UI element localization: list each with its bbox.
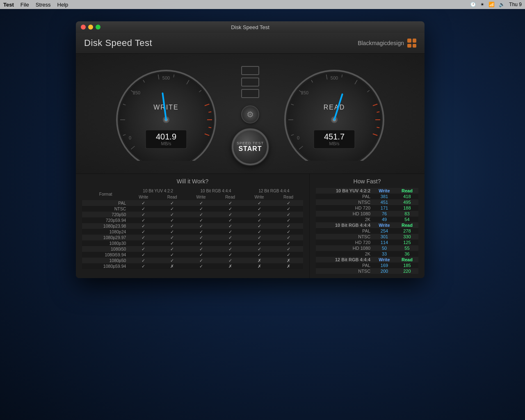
check-cell: ✓ xyxy=(274,240,303,246)
format-cell: PAL xyxy=(82,200,129,206)
check-cell: ✓ xyxy=(274,223,303,229)
check-cell: ✓ xyxy=(215,246,245,252)
check-cell: ✓ xyxy=(274,200,303,206)
start-label: START xyxy=(238,145,262,153)
svg-text:451.7: 451.7 xyxy=(324,132,345,141)
speed-table: 10 Bit YUV 4:2:2 Write ReadPAL 381 418NT… xyxy=(316,188,418,274)
check-cell: ✓ xyxy=(158,246,187,252)
check-cell: ✓ xyxy=(187,206,215,212)
speed-write-cell: 169 xyxy=(373,262,396,268)
check-cell: ✗ xyxy=(274,263,303,269)
speed-write-cell: 171 xyxy=(373,205,396,211)
speed-write-cell: 114 xyxy=(373,240,396,245)
close-button[interactable] xyxy=(81,25,86,30)
maximize-button[interactable] xyxy=(96,25,100,30)
svg-text:250: 250 xyxy=(301,90,308,95)
check-cell: ✓ xyxy=(215,223,245,229)
table-row: 1080i50✓✓✓✓✓✓ xyxy=(82,246,303,252)
svg-text:READ: READ xyxy=(324,104,345,111)
speed-read-cell: 188 xyxy=(396,205,418,211)
quality-box-3[interactable] xyxy=(241,89,259,98)
brand-sq-bl xyxy=(407,44,411,48)
format-cell: 1080p30 xyxy=(82,240,129,246)
titlebar: Disk Speed Test xyxy=(76,21,425,33)
check-cell: ✓ xyxy=(158,252,187,258)
speed-group-header: 12 Bit RGB 4:4:4 xyxy=(316,257,373,262)
speed-write-cell: 200 xyxy=(373,268,396,274)
brand-sq-tr xyxy=(413,39,417,43)
check-cell: ✗ xyxy=(245,258,274,263)
menubar-right: 🕐 ✴ 📶 🔊 Thu 9 xyxy=(470,2,522,7)
write-header-2: Write xyxy=(187,194,215,200)
speed-read-cell: 278 xyxy=(396,228,418,234)
svg-line-33 xyxy=(377,112,379,112)
traffic-lights xyxy=(81,25,100,30)
svg-line-7 xyxy=(208,127,211,128)
menu-help[interactable]: Help xyxy=(57,2,68,8)
brand-logo: Blackmagicdesign xyxy=(358,39,416,48)
check-cell: ✓ xyxy=(245,217,274,223)
speed-format-cell: NTSC xyxy=(316,234,373,240)
check-cell: ✓ xyxy=(187,252,215,258)
read-col-header: Read xyxy=(396,257,418,262)
check-cell: ✓ xyxy=(274,235,303,240)
rgb444-12-header: 12 Bit RGB 4:4:4 xyxy=(245,188,303,194)
check-cell: ✓ xyxy=(215,206,245,212)
check-cell: ✓ xyxy=(129,200,158,206)
check-cell: ✓ xyxy=(158,200,187,206)
svg-line-5 xyxy=(208,112,211,112)
menu-app[interactable]: Test xyxy=(3,2,14,8)
menu-file[interactable]: File xyxy=(21,2,29,8)
speed-data-row: NTSC 200 220 xyxy=(316,268,418,274)
app-title: Disk Speed Test xyxy=(84,38,152,48)
table-row: PAL✓✓✓✓✓✓ xyxy=(82,200,303,206)
menu-clock: Thu 9 xyxy=(509,2,522,7)
speed-write-cell: 301 xyxy=(373,234,396,240)
check-cell: ✓ xyxy=(187,246,215,252)
speed-read-cell: 330 xyxy=(396,234,418,240)
svg-text:250: 250 xyxy=(133,90,140,95)
minimize-button[interactable] xyxy=(88,25,93,30)
check-cell: ✓ xyxy=(215,240,245,246)
speed-format-cell: NTSC xyxy=(316,268,373,274)
speed-group-header-row: 10 Bit YUV 4:2:2 Write Read xyxy=(316,188,418,194)
settings-button[interactable]: ⚙ xyxy=(241,105,259,123)
write-col-header: Write xyxy=(373,222,396,228)
table-row: 1080p50✓✓✓✓✗✗ xyxy=(82,258,303,263)
table-row: 1080p29.97✓✓✓✓✓✓ xyxy=(82,235,303,240)
check-cell: ✓ xyxy=(129,206,158,212)
brand-sq-br xyxy=(413,44,417,48)
quality-box-2[interactable] xyxy=(241,78,259,87)
speed-data-row: HD 720 114 125 xyxy=(316,240,418,245)
format-cell: 1080p24 xyxy=(82,229,129,235)
table-row: 1080p59.94✓✗✓✗✗✗ xyxy=(82,263,303,269)
menu-stress[interactable]: Stress xyxy=(36,2,51,8)
quality-box-1[interactable] xyxy=(241,66,259,75)
format-cell: 1080i50 xyxy=(82,246,129,252)
write-gauge-svg: 0 250 500 WRITE 401.9 MB/s xyxy=(109,66,224,161)
check-cell: ✓ xyxy=(215,200,245,206)
rgb444-10-header: 10 Bit RGB 4:4:4 xyxy=(187,188,245,194)
speed-write-cell: 33 xyxy=(373,251,396,257)
speed-write-cell: 451 xyxy=(373,199,396,205)
check-cell: ✓ xyxy=(129,263,158,269)
menu-volume-icon: 🔊 xyxy=(499,2,505,7)
speed-write-cell: 50 xyxy=(373,245,396,251)
start-button[interactable]: SPEED TEST START xyxy=(232,128,269,165)
check-cell: ✓ xyxy=(245,252,274,258)
speed-read-cell: 36 xyxy=(396,251,418,257)
check-cell: ✓ xyxy=(245,200,274,206)
window-title: Disk Speed Test xyxy=(231,24,269,30)
speed-format-cell: PAL xyxy=(316,262,373,268)
speed-format-cell: HD 1080 xyxy=(316,211,373,217)
format-cell: 720p50 xyxy=(82,212,129,217)
menubar: Test File Stress Help 🕐 ✴ 📶 🔊 Thu 9 xyxy=(0,0,525,9)
check-cell: ✓ xyxy=(158,240,187,246)
table-row: 1080p23.98✓✓✓✓✓✓ xyxy=(82,223,303,229)
check-cell: ✓ xyxy=(245,229,274,235)
table-row: NTSC✓✓✓✓✓✓ xyxy=(82,206,303,212)
check-cell: ✓ xyxy=(274,246,303,252)
check-cell: ✓ xyxy=(215,252,245,258)
menubar-left: Test File Stress Help xyxy=(3,2,68,8)
check-cell: ✓ xyxy=(158,229,187,235)
